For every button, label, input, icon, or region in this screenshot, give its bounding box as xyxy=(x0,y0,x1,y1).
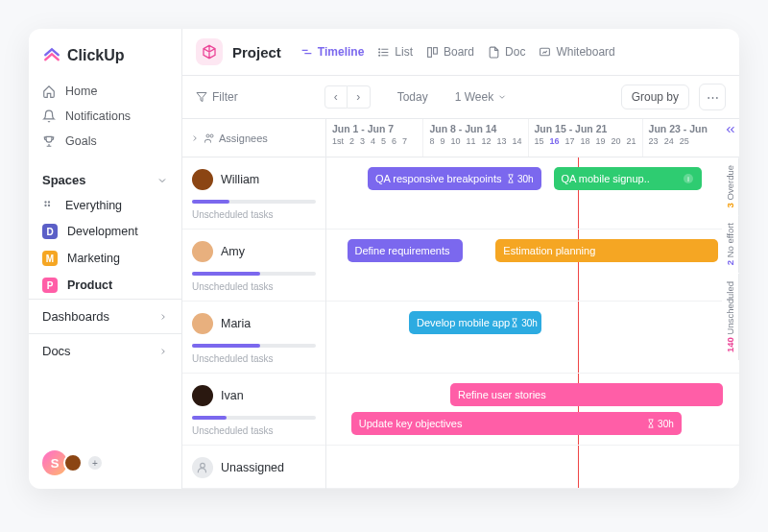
avatar xyxy=(192,241,213,262)
svg-point-18 xyxy=(201,463,205,468)
chevron-right-icon xyxy=(158,312,168,322)
timeline-icon xyxy=(300,46,313,59)
assignee-row[interactable]: MariaUnscheduled tasks xyxy=(182,302,325,374)
unscheduled-label[interactable]: Unscheduled tasks xyxy=(192,425,316,436)
task-bar[interactable]: Develop mobile app30h xyxy=(409,311,541,334)
tab-list[interactable]: List xyxy=(377,45,413,59)
space-marketing[interactable]: M Marketing xyxy=(29,245,181,272)
unscheduled-label[interactable]: Unscheduled tasks xyxy=(192,281,316,292)
assignee-name: Ivan xyxy=(221,389,244,402)
timeline-row xyxy=(326,446,739,489)
list-icon xyxy=(377,46,390,59)
task-label: QA responsive breakpoints xyxy=(375,173,501,184)
svg-marker-15 xyxy=(197,93,206,102)
tab-board[interactable]: Board xyxy=(426,45,474,59)
assignee-name: Unassigned xyxy=(221,461,284,474)
indicator-unscheduled[interactable]: 140 Unscheduled xyxy=(722,274,739,360)
chevron-right-icon xyxy=(158,347,168,356)
assignee-row[interactable]: Unassigned xyxy=(182,446,325,489)
svg-point-10 xyxy=(379,51,380,52)
tab-timeline-label: Timeline xyxy=(318,45,364,59)
today-button[interactable]: Today xyxy=(388,86,438,108)
space-development[interactable]: D Development xyxy=(29,218,181,245)
svg-point-3 xyxy=(48,205,50,206)
nav-goals-label: Goals xyxy=(65,134,97,148)
date-nav: ‹ › xyxy=(324,85,371,109)
filter-icon xyxy=(196,91,207,103)
task-bar[interactable]: Estimation planning xyxy=(495,239,718,262)
sidebar-docs-label: Docs xyxy=(42,344,71,358)
breadcrumb-title[interactable]: Project xyxy=(232,44,281,60)
space-mkt-label: Marketing xyxy=(67,252,120,265)
timeline-row: Develop mobile app30h xyxy=(326,302,739,374)
assignee-row[interactable]: AmyUnscheduled tasks xyxy=(182,230,325,302)
task-bar[interactable]: QA mobile signup..i xyxy=(554,167,703,190)
filter-button[interactable]: Filter xyxy=(196,90,238,104)
svg-rect-13 xyxy=(434,47,438,54)
range-label: 1 Week xyxy=(455,90,493,104)
groupby-button[interactable]: Group by xyxy=(621,85,689,109)
svg-point-2 xyxy=(44,205,46,206)
assignee-header[interactable]: Assignees xyxy=(182,119,325,157)
nav-notifications[interactable]: Notifications xyxy=(29,104,181,129)
nav-main: Home Notifications Goals xyxy=(29,79,181,161)
more-button[interactable]: ⋯ xyxy=(699,84,726,110)
toolbar: Filter ‹ › Today 1 Week Group by ⋯ xyxy=(182,76,739,119)
sidebar-docs[interactable]: Docs xyxy=(29,333,181,368)
timeline-body: QA responsive breakpoints30hQA mobile si… xyxy=(326,157,739,489)
task-label: Update key objectives xyxy=(359,418,463,429)
sidebar-dashboards[interactable]: Dashboards xyxy=(29,299,181,333)
avatar xyxy=(192,313,213,334)
sidebar-dashboards-label: Dashboards xyxy=(42,309,109,324)
assignee-row[interactable]: IvanUnscheduled tasks xyxy=(182,374,325,446)
space-product[interactable]: P Product xyxy=(29,272,181,299)
svg-point-0 xyxy=(44,201,46,203)
space-everything[interactable]: Everything xyxy=(29,193,181,218)
logo-text: ClickUp xyxy=(67,47,125,64)
workload-bar xyxy=(192,272,316,276)
tab-doc[interactable]: Doc xyxy=(488,45,525,59)
assignee-name: William xyxy=(221,173,259,186)
assignee-header-label: Assignees xyxy=(219,133,268,144)
workload-bar xyxy=(192,200,316,204)
assignee-name: Amy xyxy=(221,245,245,258)
date-header: Jun 1 - Jun 71st234567Jun 8 - Jun 148910… xyxy=(326,119,739,157)
next-button[interactable]: › xyxy=(348,85,371,109)
nav-home[interactable]: Home xyxy=(29,79,181,104)
collapse-button[interactable] xyxy=(724,123,737,136)
task-label: Develop mobile app xyxy=(417,317,510,328)
tab-timeline[interactable]: Timeline xyxy=(300,45,364,59)
space-mkt-badge: M xyxy=(42,251,58,266)
nav-goals[interactable]: Goals xyxy=(29,129,181,154)
task-bar[interactable]: Refine user stories xyxy=(450,383,723,406)
unscheduled-label[interactable]: Unscheduled tasks xyxy=(192,353,316,364)
range-button[interactable]: 1 Week xyxy=(447,86,515,108)
add-member-button[interactable]: + xyxy=(88,456,102,470)
timeline-grid[interactable]: Jun 1 - Jun 71st234567Jun 8 - Jun 148910… xyxy=(326,119,739,489)
indicator-no-effort[interactable]: 2 No effort xyxy=(722,215,739,273)
task-bar[interactable]: QA responsive breakpoints30h xyxy=(368,167,541,190)
assignee-row[interactable]: WilliamUnscheduled tasks xyxy=(182,157,325,230)
prev-button[interactable]: ‹ xyxy=(324,85,348,109)
avatar xyxy=(192,457,213,478)
timeline-row: Define requirementsEstimation planning xyxy=(326,230,739,302)
svg-point-17 xyxy=(210,134,213,137)
logo[interactable]: ClickUp xyxy=(29,29,181,79)
unscheduled-label[interactable]: Unscheduled tasks xyxy=(192,209,316,220)
task-bar[interactable]: Update key objectives30h xyxy=(351,412,682,435)
chevron-down-icon xyxy=(156,175,168,186)
timeline: Assignees WilliamUnscheduled tasksAmyUns… xyxy=(182,119,739,489)
date-range: Jun 8 - Jun 14891011121314 xyxy=(422,119,527,157)
breadcrumb-icon[interactable] xyxy=(196,38,223,65)
tab-whiteboard[interactable]: Whiteboard xyxy=(539,45,614,59)
avatar xyxy=(192,169,213,190)
task-estimate: 30h xyxy=(506,174,534,184)
people-icon xyxy=(204,133,215,144)
spaces-header[interactable]: Spaces xyxy=(29,161,181,193)
date-range: Jun 1 - Jun 71st234567 xyxy=(326,119,422,157)
task-bar[interactable]: Define requirements xyxy=(348,239,463,262)
indicator-overdue[interactable]: 3 Overdue xyxy=(722,157,739,215)
member-avatar[interactable] xyxy=(63,453,83,472)
svg-point-16 xyxy=(206,134,209,137)
chevron-right-icon xyxy=(190,133,200,143)
